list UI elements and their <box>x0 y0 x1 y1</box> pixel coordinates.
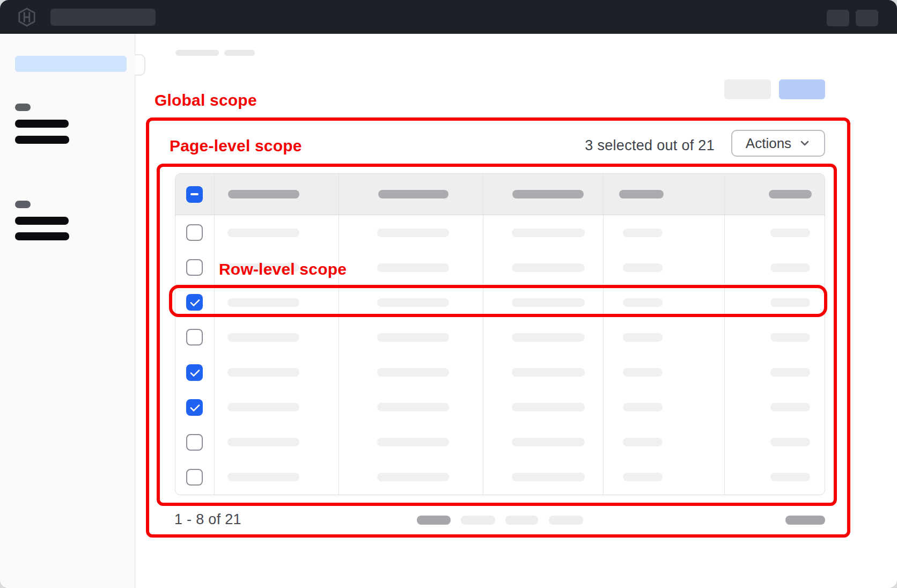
topbar-action-button-2[interactable] <box>856 10 878 26</box>
row-checkbox[interactable] <box>186 224 203 241</box>
topbar-action-button-1[interactable] <box>827 10 849 26</box>
search-input[interactable] <box>50 9 156 26</box>
row-cell-4 <box>604 390 725 425</box>
sidebar-item-3[interactable] <box>15 217 69 225</box>
row-checkbox[interactable] <box>186 294 203 311</box>
cell-skeleton <box>377 263 449 272</box>
header-cell-4 <box>604 174 725 215</box>
data-table <box>175 173 825 495</box>
cell-skeleton <box>227 229 299 237</box>
row-cell-4 <box>604 320 725 355</box>
actions-dropdown-label: Actions <box>746 135 791 152</box>
row-cell-3 <box>483 250 604 285</box>
row-checkbox-cell <box>175 390 215 425</box>
hashicorp-logo-icon <box>18 8 36 27</box>
row-checkbox[interactable] <box>186 364 203 381</box>
row-cell-5 <box>725 215 825 250</box>
row-cell-4 <box>604 460 725 495</box>
header-checkbox-cell <box>175 174 215 215</box>
cell-skeleton <box>623 229 663 237</box>
pagination-control-skeleton-2[interactable] <box>505 516 538 525</box>
cell-skeleton <box>623 263 663 272</box>
row-checkbox[interactable] <box>186 399 203 416</box>
row-checkbox-cell <box>175 215 215 250</box>
column-header-skeleton-4 <box>619 190 664 199</box>
row-cell-3 <box>483 390 604 425</box>
cell-skeleton <box>770 403 810 411</box>
row-cell-2 <box>339 425 484 460</box>
cell-skeleton <box>377 333 449 342</box>
cell-skeleton <box>512 333 585 342</box>
row-cell-2 <box>339 250 484 285</box>
sidebar-collapse-tab[interactable] <box>135 54 145 76</box>
cell-skeleton <box>377 229 449 237</box>
cell-skeleton <box>227 403 299 411</box>
row-cell-1 <box>215 390 339 425</box>
sidebar-item-1[interactable] <box>15 120 69 128</box>
cell-skeleton <box>227 473 299 481</box>
column-header-skeleton-3 <box>512 190 584 199</box>
pagination-control-skeleton-3[interactable] <box>549 516 583 525</box>
pagination-info-skeleton[interactable] <box>785 516 825 525</box>
cell-skeleton <box>770 229 810 237</box>
cell-skeleton <box>623 438 663 446</box>
row-checkbox[interactable] <box>186 434 203 451</box>
cell-skeleton <box>227 368 299 377</box>
header-cell-5 <box>725 174 825 215</box>
chevron-down-icon <box>799 137 811 149</box>
row-cell-2 <box>339 355 484 390</box>
sidebar-active-item[interactable] <box>15 56 127 72</box>
sidebar-section-label-2 <box>15 201 31 208</box>
secondary-button-skeleton[interactable] <box>724 79 771 99</box>
pagination-control-skeleton-1[interactable] <box>461 516 495 525</box>
row-checkbox[interactable] <box>186 329 203 346</box>
cell-skeleton <box>512 403 585 411</box>
row-cell-5 <box>725 425 825 460</box>
cell-skeleton <box>512 229 585 237</box>
cell-skeleton <box>770 333 810 342</box>
table-row <box>175 355 825 390</box>
row-cell-2 <box>339 285 484 320</box>
cell-skeleton <box>377 438 449 446</box>
row-cell-1 <box>215 285 339 320</box>
row-cell-3 <box>483 215 604 250</box>
row-checkbox-cell <box>175 425 215 460</box>
table-row <box>175 390 825 425</box>
cell-skeleton <box>770 438 810 446</box>
pagination-range-label: 1 - 8 of 21 <box>174 511 241 528</box>
breadcrumb-segment-1[interactable] <box>175 50 219 56</box>
select-all-checkbox[interactable] <box>186 186 203 203</box>
cell-skeleton <box>623 403 663 411</box>
cell-skeleton <box>770 368 810 377</box>
row-cell-3 <box>483 320 604 355</box>
cell-skeleton <box>623 473 663 481</box>
top-navigation-bar <box>0 0 897 34</box>
cell-skeleton <box>623 333 663 342</box>
cell-skeleton <box>227 298 299 307</box>
table-row <box>175 250 825 285</box>
cell-skeleton <box>512 438 585 446</box>
cell-skeleton <box>512 473 585 481</box>
cell-skeleton <box>512 368 585 377</box>
primary-button-skeleton[interactable] <box>779 79 825 99</box>
sidebar-item-4[interactable] <box>15 232 69 240</box>
row-cell-5 <box>725 320 825 355</box>
cell-skeleton <box>512 263 585 272</box>
sidebar-item-2[interactable] <box>15 136 69 144</box>
row-cell-4 <box>604 285 725 320</box>
row-cell-1 <box>215 460 339 495</box>
header-cell-1 <box>215 174 339 215</box>
breadcrumb-segment-2[interactable] <box>224 50 255 56</box>
row-cell-1 <box>215 355 339 390</box>
pagination-page-size-skeleton[interactable] <box>417 516 451 525</box>
cell-skeleton <box>227 438 299 446</box>
row-checkbox-cell <box>175 320 215 355</box>
row-cell-3 <box>483 285 604 320</box>
row-cell-4 <box>604 250 725 285</box>
row-cell-5 <box>725 285 825 320</box>
selection-summary: 3 selected out of 21 <box>483 137 715 154</box>
row-checkbox[interactable] <box>186 259 203 276</box>
row-checkbox[interactable] <box>186 469 203 486</box>
row-cell-2 <box>339 460 484 495</box>
actions-dropdown-button[interactable]: Actions <box>731 130 825 157</box>
